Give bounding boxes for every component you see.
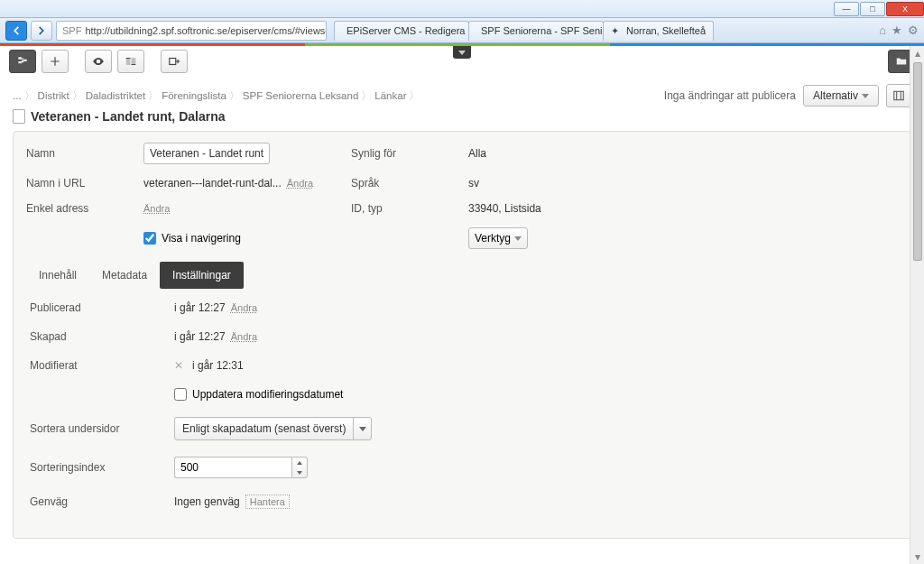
show-in-nav-label: Visa i navigering [162, 232, 241, 245]
page-favicon: SPF [62, 25, 81, 36]
sortchildren-select[interactable]: Enligt skapadatum (senast överst) [174, 417, 372, 440]
browser-tabs: EPiServer CMS - Redigera × SPF Seniorern… [334, 21, 713, 41]
preview-button[interactable] [85, 50, 112, 73]
published-change-link[interactable]: Ändra [231, 302, 257, 313]
name-input[interactable] [143, 143, 270, 164]
main-content: ...〉 Distrikt〉 Daladistriktet〉 Förenings… [0, 77, 924, 551]
chevron-down-icon [862, 94, 869, 98]
home-icon[interactable]: ⌂ [879, 23, 886, 37]
add-block-button[interactable] [161, 50, 188, 73]
tree-icon [16, 55, 29, 68]
browser-toolbar: SPF http://utbildning2.spf.softronic.se/… [0, 18, 924, 43]
breadcrumb-item[interactable]: ... [13, 90, 22, 101]
shortcut-manage-link[interactable]: Hantera [245, 495, 290, 509]
modified-value: i går 12:31 [192, 359, 244, 372]
scrollbar-thumb[interactable] [913, 62, 922, 261]
window-close-button[interactable]: X [886, 2, 924, 16]
visiblefor-value: Alla [468, 147, 649, 160]
urlname-label: Namn i URL [26, 177, 143, 190]
block-plus-icon [168, 55, 180, 68]
compare-button[interactable] [117, 50, 144, 73]
window-titlebar: — □ X [0, 0, 924, 18]
sortchildren-value: Enligt skapadatum (senast överst) [175, 422, 353, 435]
urlname-change-link[interactable]: Ändra [287, 178, 313, 189]
browser-back-button[interactable] [5, 21, 27, 41]
name-label: Namn [26, 147, 143, 160]
breadcrumb-item[interactable]: Distrikt [38, 90, 69, 101]
tab-title: EPiServer CMS - Redigera [346, 25, 465, 36]
shortcut-value: Ingen genväg [174, 495, 240, 508]
browser-tab-active[interactable]: EPiServer CMS - Redigera × [334, 21, 469, 41]
shortcut-label: Genväg [30, 495, 174, 508]
language-value: sv [468, 177, 649, 190]
chevron-down-icon [514, 236, 522, 241]
simpleaddr-change-link[interactable]: Ändra [143, 203, 170, 214]
sortindex-spinner[interactable] [174, 457, 535, 478]
property-tabs: Innehåll Metadata Inställningar [26, 262, 898, 289]
breadcrumb-item[interactable]: Föreningslista [162, 90, 226, 101]
page-type-icon [13, 109, 25, 124]
tab-content[interactable]: Innehåll [26, 262, 89, 289]
properties-panel: Namn Synlig för Alla Namn i URL veterane… [13, 131, 911, 539]
browser-forward-button[interactable] [31, 21, 52, 41]
created-value: i går 12:27 [174, 330, 226, 343]
visiblefor-label: Synlig för [351, 147, 468, 160]
breadcrumb-item[interactable]: SPF Seniorerna Leksand [243, 90, 359, 101]
vertical-scrollbar[interactable]: ▴ ▾ [910, 46, 924, 564]
created-change-link[interactable]: Ändra [231, 331, 257, 342]
sortindex-input[interactable] [174, 457, 291, 478]
browser-tab[interactable]: ✦ Norran, Skellefteå [603, 21, 714, 41]
arrow-right-icon [35, 24, 48, 37]
page-title: Veteranen - Landet runt, Dalarna [31, 109, 226, 124]
tab-metadata[interactable]: Metadata [89, 262, 160, 289]
published-value: i går 12:27 [174, 301, 226, 314]
options-button-label: Alternativ [813, 89, 858, 102]
tab-title: SPF Seniorerna - SPF Senioren... [481, 25, 604, 36]
breadcrumb-item[interactable]: Daladistriktet [86, 90, 145, 101]
toggle-panes-button[interactable] [886, 84, 911, 107]
folder-icon [895, 55, 908, 68]
url-text: http://utbildning2.spf.softronic.se/epis… [85, 25, 327, 36]
idtype-value: 33940, Listsida [468, 202, 649, 215]
update-modified-label: Uppdatera modifieringsdatumet [192, 388, 343, 401]
options-button[interactable]: Alternativ [803, 85, 879, 106]
modified-label: Modifierat [30, 359, 174, 372]
sortchildren-label: Sortera undersidor [30, 422, 174, 435]
eye-icon [92, 55, 105, 68]
svg-rect-1 [894, 91, 904, 99]
tab-settings[interactable]: Inställningar [160, 262, 244, 289]
spinner-up-icon[interactable] [292, 458, 307, 467]
urlname-value: veteranen---landet-runt-dal... [143, 177, 282, 190]
svg-rect-0 [170, 59, 176, 65]
arrow-left-icon [10, 24, 23, 37]
idtype-label: ID, typ [351, 202, 468, 215]
clear-modified-icon[interactable]: ✕ [174, 359, 183, 372]
plus-icon [49, 55, 61, 68]
update-modified-checkbox[interactable] [174, 388, 187, 401]
panes-icon [892, 89, 905, 102]
window-maximize-button[interactable]: □ [860, 2, 885, 16]
scroll-down-icon[interactable]: ▾ [910, 550, 924, 564]
show-in-nav-checkbox[interactable] [143, 232, 156, 245]
browser-tab[interactable]: SPF Seniorerna - SPF Senioren... [468, 21, 604, 41]
breadcrumb: ...〉 Distrikt〉 Daladistriktet〉 Förenings… [13, 89, 420, 103]
tools-select[interactable]: Verktyg [468, 227, 528, 249]
top-drawer-handle[interactable] [453, 46, 471, 59]
scroll-up-icon[interactable]: ▴ [910, 46, 924, 60]
sortindex-label: Sorteringsindex [30, 461, 174, 474]
simpleaddr-label: Enkel adress [26, 202, 143, 215]
breadcrumb-item[interactable]: Länkar [374, 90, 406, 101]
publish-status: Inga ändringar att publicera [664, 89, 796, 102]
window-minimize-button[interactable]: — [834, 2, 859, 16]
spinner-down-icon[interactable] [292, 467, 307, 477]
settings-gear-icon[interactable]: ⚙ [908, 23, 919, 37]
chevron-down-icon [353, 418, 371, 439]
favorites-icon[interactable]: ★ [892, 23, 902, 37]
published-label: Publicerad [30, 301, 174, 314]
browser-right-controls: ⌂ ★ ⚙ [879, 23, 919, 37]
browser-address-bar[interactable]: SPF http://utbildning2.spf.softronic.se/… [56, 21, 327, 41]
add-page-button[interactable] [42, 50, 69, 73]
compare-icon [125, 55, 137, 68]
tools-select-label: Verktyg [475, 232, 511, 245]
tree-toggle-button[interactable] [9, 50, 36, 73]
